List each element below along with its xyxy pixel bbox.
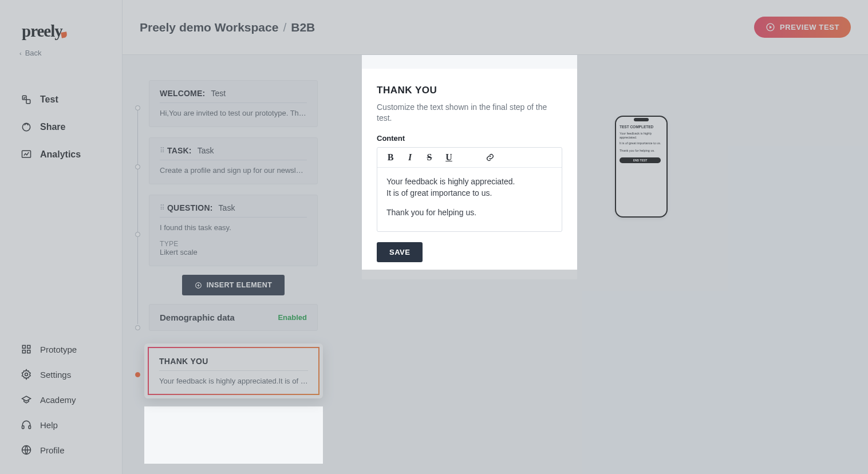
demographic-status: Enabled <box>278 313 307 322</box>
insert-element-button[interactable]: INSERT ELEMENT <box>182 275 285 295</box>
sidebar-item-analytics[interactable]: Analytics <box>0 141 122 168</box>
gear-icon <box>21 369 32 380</box>
app-logo: preely <box>22 22 122 41</box>
editor-panel: THANK YOU Customize the text shown in th… <box>362 69 577 279</box>
logo-text: preely <box>22 22 62 40</box>
checklist-icon <box>21 94 32 105</box>
step-value: Test <box>211 89 226 98</box>
phone-title: TEST COMPLETED <box>620 125 663 129</box>
thankyou-body: Your feedback is highly appreciated.It i… <box>159 371 308 385</box>
sidebar-item-academy[interactable]: Academy <box>0 387 122 412</box>
svg-rect-6 <box>22 350 25 353</box>
timeline-dot <box>135 232 140 237</box>
sidebar-item-label: Prototype <box>40 345 77 354</box>
step-card-demographic[interactable]: Demographic data Enabled <box>149 304 318 331</box>
sidebar-item-label: Share <box>40 122 65 132</box>
breadcrumb-project[interactable]: B2B <box>291 21 315 34</box>
timeline-dot <box>135 105 140 110</box>
breadcrumb-workspace[interactable]: Preely demo Workspace <box>140 21 278 34</box>
link-button[interactable] <box>485 152 495 163</box>
phone-line: Thank you for helping us. <box>620 149 663 153</box>
phone-line: Your feedback is highly appreciated. <box>620 132 663 140</box>
step-label: TASK: <box>167 146 192 155</box>
svg-rect-4 <box>22 345 25 348</box>
sidebar-item-settings[interactable]: Settings <box>0 362 122 387</box>
link-icon <box>486 153 495 162</box>
rte-line: It is of great importance to us. <box>386 187 553 199</box>
back-link[interactable]: ‹ Back <box>19 49 122 57</box>
phone-content: TEST COMPLETED Your feedback is highly a… <box>620 125 663 163</box>
step-label: QUESTION: <box>167 203 213 212</box>
rte-content[interactable]: Your feedback is highly appreciated. It … <box>377 168 562 231</box>
step-body: Hi,You are invited to test our prototype… <box>160 103 307 117</box>
strikethrough-button[interactable]: S <box>424 152 435 163</box>
step-type-label: TYPE <box>160 240 307 248</box>
phone-notch <box>634 118 649 121</box>
globe-icon <box>21 444 32 456</box>
breadcrumb: Preely demo Workspace / B2B <box>140 21 315 34</box>
step-body: I found this task easy. <box>160 218 307 232</box>
step-card-welcome[interactable]: WELCOME: Test Hi,You are invited to test… <box>149 80 318 127</box>
sidebar-item-share[interactable]: Share <box>0 113 122 141</box>
timeline-dot <box>135 325 140 330</box>
steps-column: WELCOME: Test Hi,You are invited to test… <box>133 80 345 398</box>
logo-dot-icon <box>61 31 68 38</box>
sidebar-item-label: Help <box>40 420 58 430</box>
editor-description: Customize the text shown in the final st… <box>377 102 562 124</box>
save-label: SAVE <box>389 248 410 256</box>
sidebar-item-label: Analytics <box>40 149 81 160</box>
save-button[interactable]: SAVE <box>377 242 423 262</box>
drag-handle-icon[interactable]: ⠿ <box>160 204 164 212</box>
phone-preview: TEST COMPLETED Your feedback is highly a… <box>615 116 668 218</box>
drag-handle-icon[interactable]: ⠿ <box>160 147 164 155</box>
svg-point-2 <box>22 123 30 131</box>
step-card-task[interactable]: ⠿ TASK: Task Create a profile and sign u… <box>149 137 318 184</box>
sidebar: preely ‹ Back Test Share Analytics Proto… <box>0 0 123 474</box>
sidebar-item-label: Settings <box>40 370 71 380</box>
bold-button[interactable]: B <box>385 152 396 163</box>
italic-button[interactable]: I <box>405 152 415 163</box>
academy-icon <box>21 394 32 405</box>
step-card-thankyou[interactable]: THANK YOU Your feedback is highly apprec… <box>148 347 319 395</box>
main: WELCOME: Test Hi,You are invited to test… <box>123 55 868 474</box>
chevron-left-icon: ‹ <box>19 50 22 57</box>
sidebar-item-profile[interactable]: Profile <box>0 437 122 463</box>
headset-icon <box>21 419 32 430</box>
preview-test-label: PREVIEW TEST <box>780 23 839 31</box>
preview-test-button[interactable]: PREVIEW TEST <box>754 17 851 38</box>
phone-line: It is of great importance to us. <box>620 141 663 145</box>
back-label: Back <box>25 49 42 57</box>
demographic-title: Demographic data <box>160 313 235 322</box>
timeline-dot <box>135 164 140 169</box>
rte-line: Thank you for helping us. <box>386 207 553 218</box>
step-body: Create a profile and sign up for our new… <box>160 160 307 175</box>
insert-element-label: INSERT ELEMENT <box>207 281 273 289</box>
step-card-thankyou-highlight: THANK YOU Your feedback is highly apprec… <box>144 343 323 398</box>
topbar: Preely demo Workspace / B2B PREVIEW TEST <box>123 0 868 55</box>
rte-line: Your feedback is highly appreciated. <box>386 176 553 187</box>
share-icon <box>21 121 32 133</box>
timeline-line <box>137 105 138 324</box>
sidebar-nav-bottom: Prototype Settings Academy Help Profile <box>0 337 122 463</box>
chart-icon <box>21 149 32 160</box>
grid-icon <box>21 343 32 355</box>
rich-text-editor: B I S U Your feedback is highly apprecia… <box>377 147 562 232</box>
underline-button[interactable]: U <box>444 152 454 163</box>
editor-heading: THANK YOU <box>377 85 562 96</box>
step-card-question[interactable]: ⠿ QUESTION: Task I found this task easy.… <box>149 195 318 266</box>
rte-toolbar: B I S U <box>377 148 562 168</box>
sidebar-nav-main: Test Share Analytics <box>0 86 122 168</box>
play-circle-icon <box>766 22 775 32</box>
content-field-label: Content <box>377 134 562 143</box>
sidebar-item-test[interactable]: Test <box>0 86 122 113</box>
sidebar-item-prototype[interactable]: Prototype <box>0 337 122 362</box>
svg-rect-7 <box>27 350 30 353</box>
svg-rect-10 <box>29 426 30 429</box>
svg-rect-1 <box>26 100 30 104</box>
svg-rect-5 <box>27 345 30 348</box>
timeline-dot-active <box>135 372 140 377</box>
breadcrumb-sep: / <box>283 21 286 34</box>
step-value: Task <box>198 146 214 155</box>
step-value: Task <box>219 203 235 212</box>
sidebar-item-help[interactable]: Help <box>0 412 122 437</box>
